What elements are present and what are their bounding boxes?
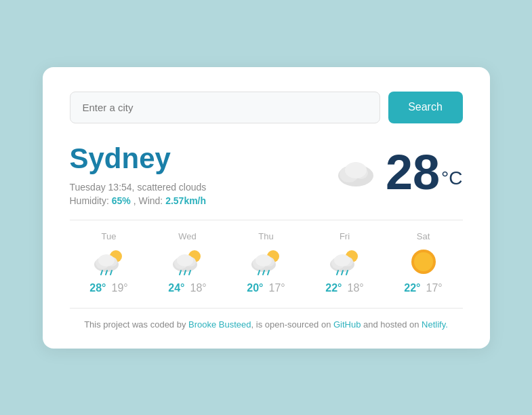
forecast-day: Tue 2819 (70, 231, 148, 294)
forecast-day-label: Tue (102, 231, 117, 241)
forecast-temps: 2418 (168, 282, 206, 294)
section-divider (70, 220, 463, 220)
forecast-row: Tue 2819Wed (70, 231, 463, 294)
forecast-icon (327, 247, 363, 277)
svg-point-16 (177, 254, 193, 266)
forecast-temp-high: 22 (404, 282, 420, 294)
svg-point-32 (334, 254, 350, 266)
svg-point-24 (255, 254, 272, 266)
humidity-label: Humidity: (70, 195, 109, 206)
svg-point-37 (414, 252, 433, 271)
footer-text-before: This project was coded by (84, 319, 188, 330)
city-info: Sydney Tuesday 13:54, scattered clouds H… (70, 142, 207, 206)
footer-text-mid: , is open-sourced on (251, 319, 333, 330)
sun-icon (406, 247, 441, 277)
footer-netlify-link[interactable]: Netlify. (422, 319, 448, 330)
svg-point-3 (345, 162, 367, 178)
forecast-temp-low: 17 (426, 282, 443, 294)
current-weather-section: Sydney Tuesday 13:54, scattered clouds H… (70, 142, 463, 206)
forecast-day-label: Sat (417, 231, 430, 241)
footer-divider (70, 308, 463, 309)
footer-author-link[interactable]: Brooke Busteed (188, 319, 251, 330)
forecast-icon (170, 247, 205, 277)
temperature-unit: °C (441, 167, 462, 189)
humidity-value: 65% (112, 195, 131, 206)
forecast-day: Thu 2017 (227, 231, 306, 294)
footer-github-link[interactable]: GitHub (333, 319, 361, 330)
cloud-sun-rain-icon (91, 247, 127, 277)
temp-icon-group: 28°C (333, 148, 463, 197)
current-temp-display: 28°C (386, 148, 463, 197)
weather-details: Humidity: 65% , Wind: 2.57km/h (70, 195, 207, 206)
search-row: Search (70, 92, 463, 123)
forecast-day-label: Fri (340, 231, 350, 241)
forecast-day-label: Thu (258, 231, 273, 241)
forecast-temp-high: 20 (247, 282, 263, 294)
forecast-temp-low: 18 (348, 282, 364, 294)
cloud-sun-rain-icon (327, 247, 363, 277)
forecast-temp-high: 28 (89, 282, 106, 294)
forecast-temps: 2017 (247, 282, 285, 294)
forecast-temps: 2819 (89, 282, 127, 294)
weather-description: Tuesday 13:54, scattered clouds (70, 182, 207, 193)
search-button[interactable]: Search (388, 92, 463, 123)
forecast-temps: 2218 (325, 282, 363, 294)
search-input[interactable] (70, 92, 380, 123)
forecast-icon (91, 247, 127, 277)
current-temperature: 28 (386, 145, 440, 199)
forecast-day: Sat 2217 (384, 231, 463, 294)
forecast-day: Fri 2218 (306, 231, 384, 294)
forecast-temp-high: 22 (325, 282, 342, 294)
cloud-sun-rain-icon (249, 247, 284, 277)
forecast-temp-low: 19 (112, 282, 128, 294)
footer-text-end: and hosted on (361, 319, 422, 330)
cloud-sun-rain-icon (170, 247, 205, 277)
forecast-temp-high: 24 (168, 282, 184, 294)
forecast-day-label: Wed (178, 231, 197, 241)
wind-value: 2.57km/h (165, 195, 206, 206)
wind-text-label: Wind: (138, 195, 163, 206)
forecast-temp-low: 18 (190, 282, 207, 294)
forecast-icon (406, 247, 441, 277)
weather-card: Search Sydney Tuesday 13:54, scattered c… (43, 67, 490, 349)
forecast-temps: 2217 (404, 282, 442, 294)
city-name: Sydney (70, 142, 207, 175)
current-cloud-icon (333, 155, 379, 189)
footer: This project was coded by Brooke Busteed… (70, 319, 463, 330)
forecast-day: Wed 2418 (148, 231, 227, 294)
forecast-icon (249, 247, 284, 277)
forecast-temp-low: 17 (269, 282, 285, 294)
svg-point-8 (98, 254, 115, 266)
